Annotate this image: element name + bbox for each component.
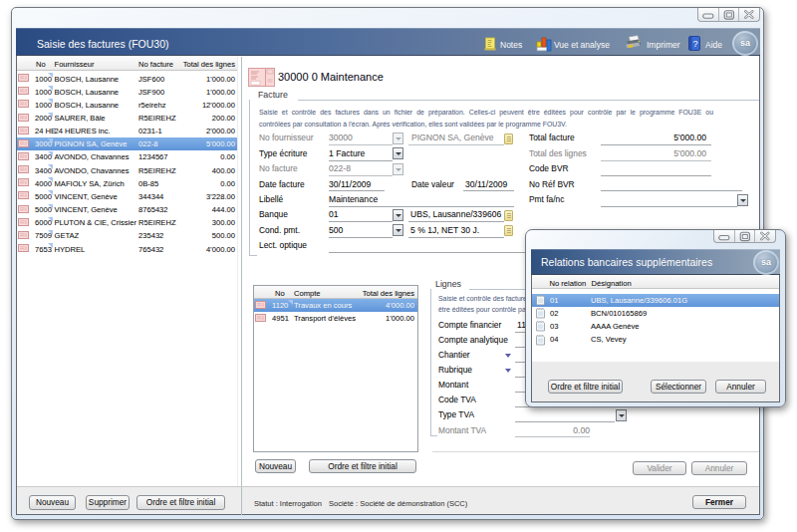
svg-text:?: ? [692,39,697,49]
